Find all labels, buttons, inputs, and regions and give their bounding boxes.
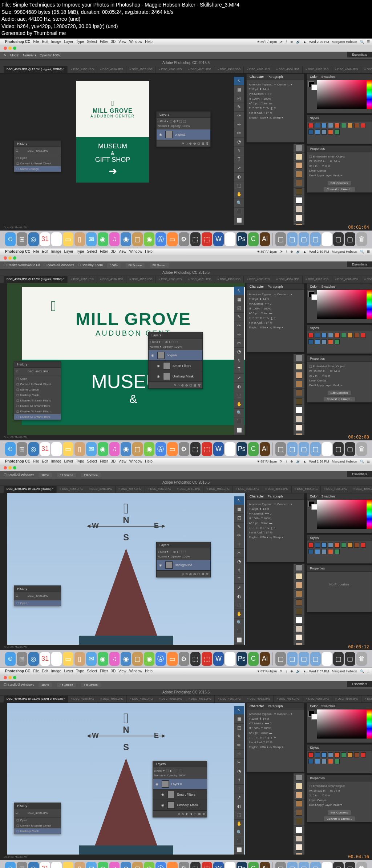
mask-icon[interactable]: ◐ xyxy=(189,142,192,145)
convert-linked-button[interactable]: Convert to Linked... xyxy=(324,187,355,192)
tool-item[interactable]: ↗ xyxy=(234,164,244,173)
tool-item[interactable]: ✋ xyxy=(234,610,244,619)
dock-folder-a[interactable]: ▢ xyxy=(287,862,298,868)
visibility-icon[interactable]: ◉ xyxy=(156,375,161,378)
character-tab[interactable]: Character xyxy=(250,495,264,498)
wifi-signal-icon[interactable]: ▲ xyxy=(303,40,306,44)
opt-checkbox[interactable]: ☐ Scroll All Windows xyxy=(4,683,34,687)
dock-calendar[interactable]: 31 xyxy=(40,652,50,666)
menu-filter[interactable]: Filter xyxy=(100,669,108,673)
layer-mask-select[interactable]: Don't Apply Layer Mask ▾ xyxy=(309,384,342,387)
swatches-tab[interactable]: Swatches xyxy=(322,704,336,708)
adj-icon[interactable]: ◑ xyxy=(190,812,192,816)
dock-appstore[interactable]: Ⓐ xyxy=(155,442,166,456)
clock[interactable]: Wed 2:37 PM xyxy=(309,669,329,673)
visibility-icon[interactable]: ◉ xyxy=(158,563,163,567)
layer-thumbnail[interactable] xyxy=(165,131,173,138)
opt-checkbox[interactable]: ☐ Scrubby Zoom xyxy=(78,263,103,267)
menu-layer[interactable]: Layer xyxy=(64,459,73,463)
swatch-item[interactable] xyxy=(294,179,304,188)
dock-contacts[interactable]: ▯ xyxy=(74,862,85,868)
color-tab[interactable]: Color xyxy=(310,75,318,79)
tool-item[interactable]: ✎ xyxy=(234,732,244,741)
link-icon[interactable]: ⊕ xyxy=(178,812,181,816)
history-state[interactable]: ▢ Open xyxy=(14,376,61,381)
history-state[interactable]: ▢ Open xyxy=(14,600,61,606)
style-swatch[interactable] xyxy=(315,543,320,548)
style-swatch[interactable] xyxy=(328,339,333,344)
dock-folder-a[interactable]: ▢ xyxy=(287,442,298,456)
dock-finder[interactable]: ☺ xyxy=(5,862,16,868)
menu-window[interactable]: Window xyxy=(129,249,142,253)
document-tab[interactable]: × DSC_4969.JPG xyxy=(361,66,372,73)
tool-item[interactable]: ◔ xyxy=(234,138,244,147)
document-tab[interactable]: × DSC_4969.JPG xyxy=(350,486,372,493)
hscale-field[interactable]: T 100% xyxy=(261,97,271,100)
fx-icon[interactable]: fx xyxy=(186,572,188,576)
swatch-item[interactable] xyxy=(294,397,304,406)
tool-item[interactable]: ⬚ xyxy=(234,181,244,190)
color-tab[interactable]: Color xyxy=(310,285,318,288)
wifi-signal-icon[interactable]: ▲ xyxy=(303,669,306,673)
clock[interactable]: Wed 2:29 PM xyxy=(309,40,329,44)
blend-mode[interactable]: Normal ▾ xyxy=(158,555,169,558)
style-swatch[interactable] xyxy=(315,123,320,128)
menu-select[interactable]: Select xyxy=(87,249,97,253)
dock-ibooks[interactable]: ▭ xyxy=(167,232,178,246)
close-button[interactable] xyxy=(4,676,7,679)
dock-itunes[interactable]: ♫ xyxy=(109,442,120,456)
swatch-item[interactable] xyxy=(294,564,304,572)
snapshot-thumb[interactable] xyxy=(20,148,26,153)
dock-app2[interactable]: ▢ xyxy=(333,652,344,666)
tool-item[interactable]: T xyxy=(234,155,244,164)
history-tab[interactable]: History xyxy=(17,142,27,145)
dock-itunes[interactable]: ♫ xyxy=(109,862,120,868)
dock-appstore[interactable]: Ⓐ xyxy=(155,862,166,868)
minimize-button[interactable] xyxy=(8,47,12,50)
swatch-item[interactable] xyxy=(294,572,304,581)
document-tab[interactable]: × DSC_4962.JPG xyxy=(214,276,244,283)
wifi-icon[interactable]: ⊕ xyxy=(290,250,293,253)
tool-item[interactable]: ◐ xyxy=(234,383,244,391)
dock-folder1[interactable]: ▢ xyxy=(132,862,143,868)
dock-folder-b[interactable]: ▢ xyxy=(299,862,309,868)
group-icon[interactable]: ▢ xyxy=(197,572,200,576)
document-tab[interactable]: × DSC_4966.JPG xyxy=(321,486,350,493)
swatch-item[interactable] xyxy=(294,153,304,161)
document-tab-active[interactable]: DSC_4970.JPG @ 33.3% (RGB/8) * xyxy=(4,486,57,493)
adj-icon[interactable]: ◑ xyxy=(193,142,196,145)
menu-help[interactable]: Help xyxy=(145,669,153,673)
tool-item[interactable]: ↖ xyxy=(234,496,244,505)
wifi-icon[interactable]: ⊕ xyxy=(290,460,293,463)
dock-folder-c[interactable]: ▢ xyxy=(310,652,321,666)
dock-downloads[interactable]: ▢ xyxy=(275,652,286,666)
document-tab[interactable]: × DSC_4955.JPG xyxy=(57,486,86,493)
kerning-select[interactable]: V/A Metrics xyxy=(249,302,263,305)
spotlight-icon[interactable]: 🔍 xyxy=(360,669,364,673)
menu-select[interactable]: Select xyxy=(87,40,97,44)
mask-icon[interactable]: ◐ xyxy=(181,384,184,387)
tool-item[interactable]: ⬜ xyxy=(234,426,244,435)
history-tab[interactable]: History xyxy=(17,587,27,591)
style-swatch[interactable] xyxy=(335,759,340,764)
dock-photoshop[interactable]: Ps xyxy=(236,862,247,868)
menu-select[interactable]: Select xyxy=(87,459,97,463)
new-icon[interactable]: ▦ xyxy=(198,812,201,816)
opt-button[interactable]: Fit Screen xyxy=(57,473,76,477)
maximize-button[interactable] xyxy=(13,47,16,50)
dock-word[interactable]: W xyxy=(213,442,224,456)
tool-item[interactable]: ▦ xyxy=(234,505,244,514)
document-tab[interactable]: × DSC_4957.JPG xyxy=(126,276,156,283)
dock-chrome[interactable]: ◉ xyxy=(225,652,235,666)
style-swatch[interactable] xyxy=(354,752,359,757)
style-swatch[interactable] xyxy=(354,123,359,128)
dock-app3[interactable]: ▢ xyxy=(345,652,355,666)
properties-tab[interactable]: Properties xyxy=(310,567,325,570)
menu-file[interactable]: File xyxy=(33,40,39,44)
dock-trash[interactable]: 🗑 xyxy=(356,232,367,246)
background-color[interactable] xyxy=(311,714,317,720)
menu-view[interactable]: View xyxy=(118,40,126,44)
close-button[interactable] xyxy=(4,466,7,469)
dock-messages[interactable]: ◉ xyxy=(98,652,108,666)
history-state[interactable]: ▢ Open xyxy=(14,817,61,823)
